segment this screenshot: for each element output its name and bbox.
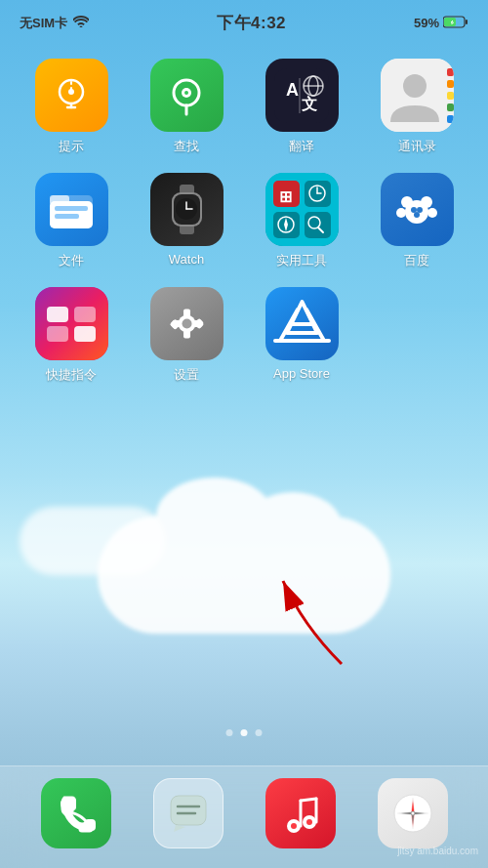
app-label-baidu: 百度: [404, 252, 429, 269]
svg-point-58: [417, 207, 423, 213]
app-label-appstore: App Store: [273, 366, 330, 381]
app-label-contacts: 通讯录: [398, 138, 436, 155]
svg-point-59: [414, 212, 420, 218]
app-label-find: 查找: [174, 138, 199, 155]
svg-point-66: [182, 319, 191, 329]
svg-point-100: [411, 811, 415, 815]
battery-label: 59%: [414, 16, 439, 30]
app-watch[interactable]: Watch: [133, 173, 240, 269]
status-bar: 无SIM卡 下午4:32 59%: [0, 0, 488, 39]
svg-point-53: [401, 196, 413, 208]
svg-point-0: [80, 26, 83, 28]
dock-safari[interactable]: [378, 778, 448, 848]
watermark: jitsy am.baidu.com: [397, 846, 478, 856]
app-utilities[interactable]: ⊞ 实用工具: [248, 173, 355, 269]
svg-point-26: [403, 74, 427, 98]
app-find[interactable]: 查找: [133, 59, 240, 155]
app-shortcuts[interactable]: 快捷指令: [18, 287, 125, 384]
app-appstore[interactable]: App Store: [248, 287, 355, 384]
app-icon-baidu: [381, 173, 454, 246]
app-label-tips: 提示: [59, 138, 84, 155]
app-label-translate: 翻译: [289, 138, 314, 155]
svg-rect-64: [74, 326, 96, 342]
app-contacts[interactable]: 通讯录: [363, 59, 470, 155]
page-dot-2: [256, 729, 263, 736]
app-baidu[interactable]: 百度: [363, 173, 470, 269]
page-indicator: [226, 729, 263, 736]
app-label-shortcuts: 快捷指令: [46, 366, 97, 384]
svg-rect-24: [447, 103, 454, 111]
app-label-files: 文件: [59, 252, 84, 269]
svg-rect-67: [183, 310, 190, 317]
svg-point-55: [396, 208, 406, 218]
svg-rect-21: [447, 68, 454, 76]
svg-text:文: 文: [302, 95, 317, 112]
app-icon-shortcuts: [35, 287, 108, 360]
svg-point-12: [184, 91, 188, 95]
svg-point-86: [306, 819, 312, 825]
svg-rect-3: [466, 20, 468, 24]
battery-icon: [443, 16, 468, 31]
app-tips[interactable]: 提示: [18, 59, 125, 155]
app-icon-settings: [150, 287, 224, 360]
svg-point-84: [291, 823, 297, 829]
status-time: 下午4:32: [217, 12, 286, 34]
app-translate[interactable]: A 文 翻译: [248, 59, 355, 155]
app-files[interactable]: 文件: [18, 173, 125, 269]
svg-rect-31: [55, 214, 79, 219]
app-icon-translate: A 文: [265, 59, 339, 132]
svg-text:A: A: [286, 80, 299, 100]
page-dot-1: [241, 729, 248, 736]
app-label-utilities: 实用工具: [276, 252, 327, 269]
svg-rect-63: [74, 307, 96, 322]
app-label-settings: 设置: [174, 366, 199, 384]
svg-rect-23: [447, 92, 454, 100]
svg-rect-80: [171, 796, 206, 825]
page-dot-0: [226, 729, 233, 736]
svg-rect-68: [183, 331, 190, 339]
svg-rect-61: [47, 307, 68, 322]
cloud-2: [20, 507, 166, 575]
svg-line-89: [301, 799, 316, 801]
dock-phone[interactable]: [41, 778, 111, 848]
svg-point-54: [421, 196, 432, 208]
svg-rect-29: [50, 195, 69, 205]
carrier-label: 无SIM卡: [20, 15, 67, 32]
arrow-annotation: [264, 566, 361, 687]
dock-messages[interactable]: [153, 778, 224, 848]
app-icon-tips: [35, 59, 108, 132]
app-icon-appstore: [265, 287, 339, 360]
svg-rect-25: [447, 115, 454, 123]
app-grid: 提示 查找 A 文 翻译: [0, 39, 488, 403]
svg-rect-30: [55, 206, 88, 211]
svg-point-57: [411, 207, 417, 213]
svg-rect-22: [447, 80, 454, 88]
app-icon-watch: [150, 173, 224, 246]
app-icon-utilities: ⊞: [265, 173, 339, 246]
dock-music[interactable]: [265, 778, 336, 848]
svg-point-56: [427, 208, 437, 218]
svg-text:⊞: ⊞: [279, 188, 292, 205]
app-settings[interactable]: 设置: [133, 287, 240, 384]
status-right: 59%: [414, 16, 468, 31]
app-icon-files: [35, 173, 108, 246]
app-label-watch: Watch: [169, 252, 204, 267]
wifi-icon: [73, 16, 89, 30]
status-left: 无SIM卡: [20, 15, 89, 32]
svg-rect-62: [47, 326, 68, 342]
app-icon-contacts: [381, 59, 454, 132]
svg-rect-60: [35, 287, 108, 360]
app-icon-find: [150, 59, 224, 132]
